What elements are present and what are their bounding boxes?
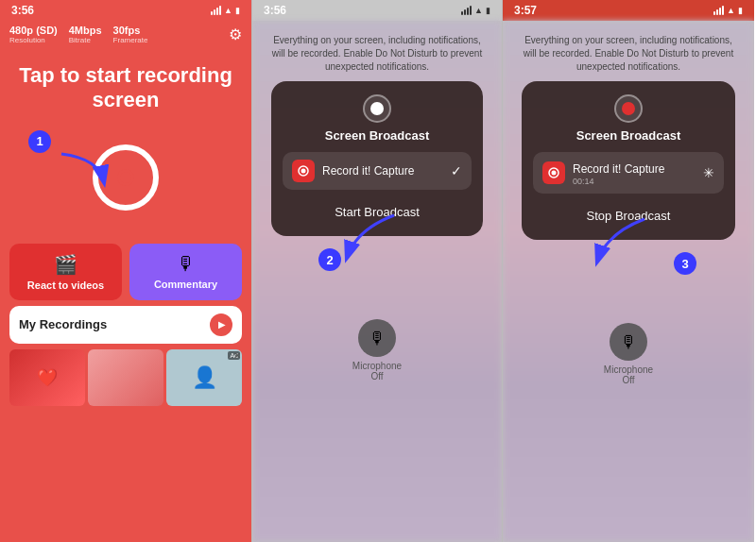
broadcast-record-icon-2 bbox=[363, 94, 391, 123]
framerate-setting[interactable]: 30fps Framerate bbox=[113, 25, 148, 44]
settings-row: 480p (SD) Resolution 4Mbps Bitrate 30fps… bbox=[0, 21, 251, 48]
record-dot-active-3 bbox=[622, 102, 635, 115]
panel3-content: Everything on your screen, including not… bbox=[503, 21, 754, 542]
checkmark-icon-2: ✓ bbox=[451, 163, 462, 178]
commentary-button-label: Commentary bbox=[154, 279, 217, 290]
panel2-content: Everything on your screen, including not… bbox=[252, 21, 502, 542]
step-1-badge: 1 bbox=[28, 130, 51, 153]
mic-icon-2: 🎙 bbox=[369, 329, 386, 348]
svg-point-2 bbox=[301, 169, 306, 174]
wifi-icon-2: ▲ bbox=[474, 6, 483, 15]
status-bar-2: 3:56 ▲ ▮ bbox=[252, 0, 502, 21]
arrow-1 bbox=[52, 144, 118, 196]
panel-2: 3:56 ▲ ▮ Everything on your screen, incl… bbox=[251, 0, 503, 542]
option-label-3: Record it! Capture bbox=[573, 162, 664, 176]
broadcast-option-3[interactable]: Record it! Capture 00:14 ✳ bbox=[533, 152, 724, 194]
arrow-3 bbox=[578, 214, 654, 271]
svg-point-5 bbox=[552, 171, 557, 176]
react-to-videos-button[interactable]: 🎬 React to videos bbox=[9, 244, 122, 300]
step-2-badge: 2 bbox=[318, 248, 341, 271]
battery-icon-3: ▮ bbox=[738, 6, 743, 15]
mic-circle-2[interactable]: 🎙 bbox=[358, 319, 396, 357]
gear-icon[interactable]: ⚙ bbox=[229, 25, 242, 43]
broadcast-option-left-3: Record it! Capture 00:14 bbox=[542, 160, 664, 186]
mic-button-icon: 🎙 bbox=[177, 253, 196, 275]
commentary-button[interactable]: 🎙 Commentary bbox=[129, 244, 242, 300]
signal-icon-1 bbox=[211, 6, 221, 15]
step3-area: 3 bbox=[503, 247, 754, 304]
status-time-3: 3:57 bbox=[514, 4, 537, 17]
option-label-2: Record it! Capture bbox=[322, 164, 414, 178]
status-icons-2: ▲ ▮ bbox=[461, 6, 490, 15]
settings-items: 480p (SD) Resolution 4Mbps Bitrate 30fps… bbox=[9, 25, 148, 44]
wifi-icon-3: ▲ bbox=[727, 6, 735, 15]
record-app-icon-3 bbox=[547, 166, 560, 179]
broadcast-title-area-3: Screen Broadcast bbox=[533, 94, 724, 143]
tap-to-record-text: Tap to start recording screen bbox=[0, 48, 251, 121]
react-button-label: React to videos bbox=[27, 279, 104, 291]
broadcast-title-area-2: Screen Broadcast bbox=[283, 94, 472, 143]
video-icon: 🎬 bbox=[54, 253, 77, 276]
microphone-area-2: 🎙 MicrophoneOff bbox=[252, 300, 502, 391]
record-app-icon-2 bbox=[297, 164, 310, 178]
thumb-close-icon[interactable]: ✕ bbox=[233, 350, 241, 361]
record-circle-area: 1 bbox=[0, 121, 251, 234]
main-buttons: 🎬 React to videos 🎙 Commentary bbox=[0, 234, 251, 306]
app-icon-3 bbox=[542, 161, 565, 184]
mic-circle-3[interactable]: 🎙 bbox=[610, 323, 647, 361]
broadcast-option-2[interactable]: Record it! Capture ✓ bbox=[283, 152, 472, 190]
microphone-area-3: 🎙 MicrophoneOff bbox=[503, 304, 754, 395]
notification-text-2: Everything on your screen, including not… bbox=[252, 21, 502, 81]
broadcast-timer: 00:14 bbox=[573, 177, 664, 186]
signal-icon-3 bbox=[713, 6, 724, 15]
recording-thumbnails: ❤️ 👤 Ad ✕ bbox=[0, 349, 251, 406]
thumbnail-1[interactable]: ❤️ bbox=[9, 349, 85, 406]
broadcast-title-label-3: Screen Broadcast bbox=[576, 128, 681, 143]
step2-area: 2 bbox=[252, 244, 502, 300]
status-bar-1: 3:56 ▲ ▮ bbox=[0, 0, 251, 21]
thumbnail-2[interactable] bbox=[88, 349, 163, 406]
play-recordings-button[interactable]: ▶ bbox=[210, 313, 232, 336]
record-dot-2 bbox=[370, 102, 384, 115]
app-icon-2 bbox=[292, 160, 315, 182]
panel-3: 3:57 ▲ ▮ Everything on your screen, incl… bbox=[503, 0, 754, 542]
recordings-label: My Recordings bbox=[19, 317, 107, 331]
my-recordings-row[interactable]: My Recordings ▶ bbox=[9, 306, 242, 344]
bitrate-value: 4Mbps bbox=[69, 25, 102, 36]
broadcast-record-icon-3 bbox=[614, 94, 643, 123]
bitrate-label: Bitrate bbox=[69, 36, 91, 44]
status-icons-1: ▲ ▮ bbox=[211, 6, 240, 15]
framerate-value: 30fps bbox=[113, 25, 141, 36]
signal-icon-2 bbox=[461, 6, 472, 15]
notification-text-3: Everything on your screen, including not… bbox=[503, 21, 754, 81]
framerate-label: Framerate bbox=[113, 36, 148, 44]
resolution-value: 480p (SD) bbox=[9, 25, 58, 36]
resolution-setting[interactable]: 480p (SD) Resolution bbox=[9, 25, 58, 44]
mic-label-2: MicrophoneOff bbox=[352, 361, 402, 381]
panel-1: 3:56 ▲ ▮ 480p (SD) Resolution 4Mbps Bitr… bbox=[0, 0, 251, 542]
resolution-label: Resolution bbox=[9, 36, 45, 44]
option-info-3: Record it! Capture 00:14 bbox=[573, 160, 664, 186]
thumbnail-3[interactable]: 👤 Ad ✕ bbox=[166, 349, 242, 406]
status-icons-3: ▲ ▮ bbox=[713, 6, 743, 15]
battery-icon-1: ▮ bbox=[235, 6, 240, 15]
broadcast-option-left-2: Record it! Capture bbox=[292, 160, 414, 182]
broadcast-title-label-2: Screen Broadcast bbox=[325, 128, 430, 143]
status-time-2: 3:56 bbox=[264, 4, 286, 17]
step-3-badge: 3 bbox=[674, 252, 696, 275]
status-time-1: 3:56 bbox=[11, 4, 34, 17]
mic-icon-3: 🎙 bbox=[620, 332, 637, 352]
loading-icon-3: ✳ bbox=[703, 165, 714, 180]
wifi-icon-1: ▲ bbox=[224, 6, 232, 15]
battery-icon-2: ▮ bbox=[486, 6, 490, 15]
mic-label-3: MicrophoneOff bbox=[604, 364, 653, 385]
status-bar-3: 3:57 ▲ ▮ bbox=[503, 0, 754, 21]
play-icon: ▶ bbox=[218, 319, 226, 330]
bitrate-setting[interactable]: 4Mbps Bitrate bbox=[69, 25, 102, 44]
